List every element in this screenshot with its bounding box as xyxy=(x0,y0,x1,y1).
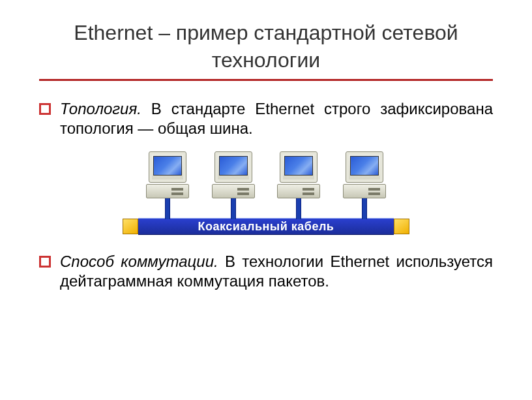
computer-row xyxy=(123,151,409,219)
system-unit-icon xyxy=(146,184,189,198)
terminator-right-icon xyxy=(394,219,409,234)
terminator-left-icon xyxy=(123,219,138,234)
computer-3 xyxy=(273,151,324,219)
coax-cable: Коаксиальный кабель xyxy=(138,218,394,235)
drop-cable-icon xyxy=(231,197,236,219)
drop-cable-icon xyxy=(165,197,170,219)
monitor-icon xyxy=(346,151,383,183)
system-unit-icon xyxy=(343,184,386,198)
system-unit-icon xyxy=(277,184,320,198)
bullet-lead-1: Топология. xyxy=(60,100,141,117)
title-underline xyxy=(39,79,493,81)
computer-4 xyxy=(339,151,390,219)
bullet-text-1: Топология. В стандарте Ethernet строго з… xyxy=(60,99,493,138)
computer-2 xyxy=(208,151,259,219)
computer-1 xyxy=(142,151,193,219)
monitor-icon xyxy=(280,151,318,183)
bullet-item-2: Способ коммутации. В технологии Ethernet… xyxy=(39,252,493,291)
bullet-text-2: Способ коммутации. В технологии Ethernet… xyxy=(60,252,493,291)
bullet-square-icon xyxy=(39,256,51,268)
bus-topology-diagram: Коаксиальный кабель xyxy=(123,151,409,235)
bullet-square-icon xyxy=(39,103,51,115)
drop-cable-icon xyxy=(296,197,301,219)
bullet-lead-2: Способ коммутации. xyxy=(60,253,218,270)
monitor-icon xyxy=(214,151,252,183)
drop-cable-icon xyxy=(362,197,367,219)
system-unit-icon xyxy=(212,184,255,198)
slide-title: Ethernet – пример стандартной сетевой те… xyxy=(39,20,493,74)
screen-icon xyxy=(284,156,313,176)
monitor-icon xyxy=(149,151,186,183)
cable-label: Коаксиальный кабель xyxy=(198,220,334,234)
screen-icon xyxy=(350,156,379,176)
screen-icon xyxy=(219,156,248,176)
bullet-item-1: Топология. В стандарте Ethernet строго з… xyxy=(39,99,493,138)
screen-icon xyxy=(153,156,182,176)
bus-cable-row: Коаксиальный кабель xyxy=(123,218,409,235)
